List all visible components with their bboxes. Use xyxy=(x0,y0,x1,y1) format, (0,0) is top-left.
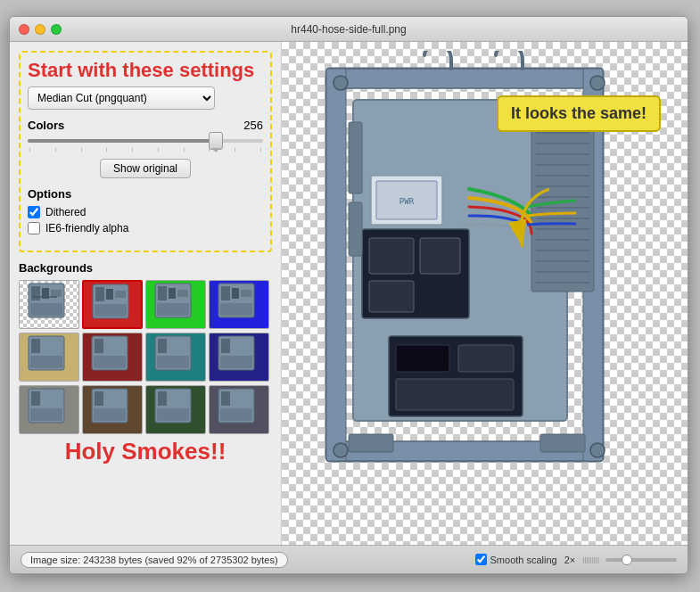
svg-rect-28 xyxy=(158,339,167,353)
svg-rect-19 xyxy=(241,290,251,297)
machine-mini-svg xyxy=(146,333,200,374)
machine-mini-svg xyxy=(210,333,263,374)
titlebar: hr440-hose-side-full.png xyxy=(10,17,688,42)
options-title: Options xyxy=(28,187,263,201)
status-right: Smooth scaling 2× ||||||||| xyxy=(475,554,677,565)
holy-smokes-label: Holy Smokes!! xyxy=(19,438,272,465)
tick xyxy=(260,148,261,152)
image-size-badge: Image size: 243238 bytes (saved 92% of 2… xyxy=(21,552,288,568)
svg-rect-49 xyxy=(326,69,346,461)
colors-value: 256 xyxy=(243,119,263,132)
minimize-button[interactable] xyxy=(35,24,45,35)
bg-thumb-green[interactable] xyxy=(145,280,206,329)
callout-box: It looks the same! xyxy=(497,95,661,132)
svg-rect-43 xyxy=(221,391,230,406)
machine-mini-green-svg xyxy=(146,281,200,321)
svg-point-52 xyxy=(590,76,605,90)
options-section: Options Dithered IE6-friendly alpha xyxy=(28,187,263,234)
bg-thumb-darkred[interactable] xyxy=(82,333,143,382)
svg-rect-20 xyxy=(220,303,252,316)
colors-label: Colors xyxy=(28,119,64,132)
tick xyxy=(106,148,107,152)
machine-mini-svg xyxy=(83,333,136,374)
slider-fill xyxy=(28,139,220,143)
svg-rect-17 xyxy=(221,286,230,300)
svg-rect-34 xyxy=(31,391,40,406)
svg-rect-4 xyxy=(30,303,62,316)
svg-rect-41 xyxy=(157,408,189,421)
slider-thumb[interactable] xyxy=(209,132,223,150)
zoom-tick: ||||||||| xyxy=(582,555,599,563)
left-panel: Start with these settings Median Cut (pn… xyxy=(10,42,282,545)
tick xyxy=(81,148,82,152)
machine-mini-svg xyxy=(210,386,263,426)
svg-rect-44 xyxy=(220,408,252,421)
svg-rect-3 xyxy=(51,290,62,297)
svg-rect-35 xyxy=(30,408,62,421)
svg-rect-47 xyxy=(326,69,603,88)
bg-grid-row3 xyxy=(19,385,272,434)
svg-rect-14 xyxy=(177,290,188,297)
statusbar: Image size: 243238 bytes (saved 92% of 2… xyxy=(10,545,688,573)
svg-rect-29 xyxy=(157,356,189,368)
bg-thumb-navy[interactable] xyxy=(209,333,269,382)
svg-rect-40 xyxy=(158,391,167,406)
main-content: Start with these settings Median Cut (pn… xyxy=(10,42,688,545)
start-settings-box: Start with these settings Median Cut (pn… xyxy=(19,51,272,252)
bg-thumb-brown[interactable] xyxy=(82,385,143,434)
svg-point-51 xyxy=(334,76,348,90)
ie6-row[interactable]: IE6-friendly alpha xyxy=(28,222,263,234)
bg-thumb-stone[interactable] xyxy=(19,385,79,434)
bg-grid-row1 xyxy=(19,280,272,329)
svg-rect-22 xyxy=(31,339,40,353)
checker-bg xyxy=(20,281,78,328)
svg-rect-32 xyxy=(220,356,252,368)
bg-thumb-red[interactable] xyxy=(82,280,143,329)
svg-rect-85 xyxy=(540,434,585,452)
svg-rect-74 xyxy=(369,238,414,274)
svg-rect-76 xyxy=(369,281,414,312)
bg-grid-row2 xyxy=(19,333,272,382)
machine-mini-svg xyxy=(146,386,200,426)
svg-rect-87 xyxy=(349,202,362,256)
tick xyxy=(158,148,159,152)
zoom-thumb[interactable] xyxy=(622,555,632,565)
svg-rect-9 xyxy=(115,291,126,298)
svg-rect-38 xyxy=(94,408,126,421)
main-window: hr440-hose-side-full.png Start with thes… xyxy=(9,16,688,574)
right-panel: It looks the same! xyxy=(282,42,688,545)
dithered-row[interactable]: Dithered xyxy=(28,206,263,218)
bg-thumb-sand[interactable] xyxy=(19,333,79,382)
smooth-scaling-label: Smooth scaling xyxy=(490,555,557,565)
maximize-button[interactable] xyxy=(51,24,62,35)
svg-rect-12 xyxy=(158,286,167,300)
callout-arrow xyxy=(505,185,558,259)
machine-mini-svg xyxy=(20,333,73,374)
bg-thumb-teal[interactable] xyxy=(145,333,206,382)
ie6-checkbox[interactable] xyxy=(28,222,40,234)
smooth-scaling-container: Smooth scaling xyxy=(475,554,557,565)
zoom-slider-container: ||||||||| xyxy=(582,555,677,563)
colors-slider-container[interactable] xyxy=(28,139,263,152)
image-size-text: Image size: 243238 bytes (saved 92% of 2… xyxy=(30,555,278,565)
machine-mini-blue-svg xyxy=(210,281,263,321)
bg-thumb-slate[interactable] xyxy=(209,385,269,434)
bg-thumb-checker[interactable] xyxy=(19,280,79,329)
bg-thumb-forest[interactable] xyxy=(145,385,206,434)
algorithm-dropdown[interactable]: Median Cut (pngquant) NeuQuant Ordered xyxy=(28,86,215,110)
smooth-scaling-checkbox[interactable] xyxy=(475,554,487,565)
slider-track xyxy=(28,139,263,143)
bg-thumb-blue[interactable] xyxy=(209,280,269,329)
callout-text: It looks the same! xyxy=(511,104,646,122)
window-title: hr440-hose-side-full.png xyxy=(19,23,679,36)
tick xyxy=(184,148,185,152)
window-buttons xyxy=(19,24,62,35)
ie6-label: IE6-friendly alpha xyxy=(45,222,128,234)
svg-rect-18 xyxy=(232,288,239,299)
show-original-button[interactable]: Show original xyxy=(100,159,191,178)
close-button[interactable] xyxy=(19,24,29,35)
zoom-slider[interactable] xyxy=(605,558,677,562)
svg-rect-31 xyxy=(221,339,230,353)
dithered-checkbox[interactable] xyxy=(28,206,40,218)
svg-rect-84 xyxy=(349,434,393,452)
